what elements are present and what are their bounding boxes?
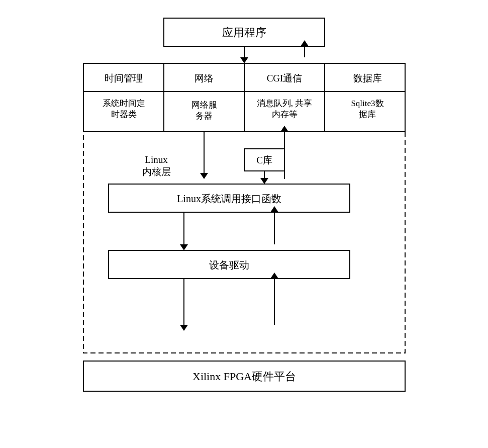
svg-text:网络: 网络	[194, 73, 214, 83]
svg-marker-2	[240, 57, 248, 63]
svg-text:务器: 务器	[196, 111, 213, 121]
svg-text:设备驱动: 设备驱动	[209, 259, 249, 271]
svg-text:据库: 据库	[359, 110, 376, 119]
svg-text:网络服: 网络服	[191, 100, 217, 110]
svg-text:Xilinx FPGA硬件平台: Xilinx FPGA硬件平台	[192, 370, 296, 383]
svg-text:时器类: 时器类	[111, 110, 136, 119]
svg-text:Sqlite3数: Sqlite3数	[351, 99, 383, 108]
svg-text:系统时间定: 系统时间定	[102, 99, 145, 108]
architecture-diagram: 应用程序 时间管理 网络 CGI通信 数据库 系统时间定 时器类 网络服 务器 …	[73, 3, 415, 445]
svg-text:消息队列, 共享: 消息队列, 共享	[256, 99, 312, 108]
svg-text:时间管理: 时间管理	[105, 73, 143, 83]
svg-text:内存等: 内存等	[271, 110, 297, 119]
architecture-svg: 应用程序 时间管理 网络 CGI通信 数据库 系统时间定 时器类 网络服 务器 …	[78, 13, 410, 435]
svg-text:内核层: 内核层	[142, 166, 170, 177]
svg-text:Linux系统调用接口函数: Linux系统调用接口函数	[177, 193, 281, 204]
svg-text:CGI通信: CGI通信	[266, 73, 302, 83]
svg-text:Linux: Linux	[145, 154, 168, 165]
svg-text:C库: C库	[256, 155, 272, 165]
app-label: 应用程序	[222, 26, 266, 39]
svg-text:数据库: 数据库	[353, 73, 381, 83]
